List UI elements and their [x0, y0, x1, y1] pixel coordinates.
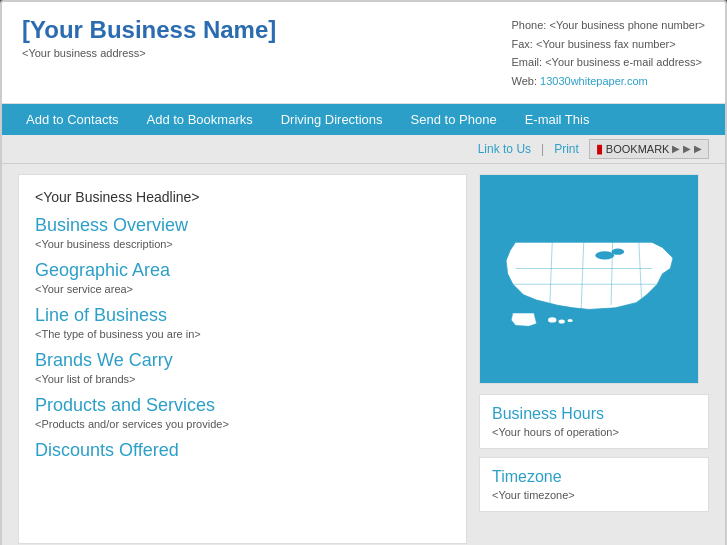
right-section-hours: Business Hours <Your hours of operation>	[479, 394, 709, 449]
email-value: <Your business e-mail address>	[545, 56, 702, 68]
nav-add-bookmarks[interactable]: Add to Bookmarks	[133, 104, 267, 135]
bookmark-label: BOOKMARK	[606, 143, 670, 155]
section-products-desc: <Products and/or services you provide>	[35, 418, 450, 430]
section-geographic-area-title: Geographic Area	[35, 260, 450, 281]
section-line-of-business-desc: <The type of business you are in>	[35, 328, 450, 340]
bookmark-icon: ▮	[596, 142, 603, 156]
content-left: <Your Business Headline> Business Overvi…	[18, 174, 467, 544]
section-discounts-title: Discounts Offered	[35, 440, 450, 461]
phone-info: Phone: <Your business phone number>	[512, 16, 705, 35]
business-name: [Your Business Name]	[22, 16, 276, 44]
phone-label: Phone:	[512, 19, 547, 31]
section-brands-title: Brands We Carry	[35, 350, 450, 371]
header-right: Phone: <Your business phone number> Fax:…	[512, 16, 705, 91]
fax-info: Fax: <Your business fax number>	[512, 35, 705, 54]
header-left: [Your Business Name] <Your business addr…	[22, 16, 276, 59]
us-map	[484, 179, 694, 379]
email-info: Email: <Your business e-mail address>	[512, 53, 705, 72]
phone-value: <Your business phone number>	[549, 19, 705, 31]
nav-email-this[interactable]: E-mail This	[511, 104, 604, 135]
section-geographic-area-desc: <Your service area>	[35, 283, 450, 295]
nav-driving-directions[interactable]: Driving Directions	[267, 104, 397, 135]
right-section-timezone: Timezone <Your timezone>	[479, 457, 709, 512]
svg-point-8	[612, 248, 625, 254]
business-hours-desc: <Your hours of operation>	[492, 426, 696, 438]
nav-add-contacts[interactable]: Add to Contacts	[12, 104, 133, 135]
fax-value: <Your business fax number>	[536, 38, 676, 50]
svg-point-10	[559, 319, 565, 323]
business-headline: <Your Business Headline>	[35, 189, 450, 205]
web-info: Web: 13030whitepaper.com	[512, 72, 705, 91]
timezone-desc: <Your timezone>	[492, 489, 696, 501]
web-label: Web:	[512, 75, 537, 87]
fax-label: Fax:	[512, 38, 533, 50]
svg-point-11	[567, 319, 572, 322]
business-address: <Your business address>	[22, 47, 276, 59]
map-container	[479, 174, 699, 384]
main-window: [Your Business Name] <Your business addr…	[0, 0, 727, 545]
svg-point-9	[548, 317, 556, 322]
bookmark-button[interactable]: ▮ BOOKMARK ▶ ▶ ▶	[589, 139, 709, 159]
nav-send-to-phone[interactable]: Send to Phone	[397, 104, 511, 135]
print-link[interactable]: Print	[554, 142, 579, 156]
content-right: Business Hours <Your hours of operation>…	[479, 174, 709, 544]
navbar: Add to Contacts Add to Bookmarks Driving…	[2, 104, 725, 135]
section-business-overview-desc: <Your business description>	[35, 238, 450, 250]
main-content: <Your Business Headline> Business Overvi…	[2, 164, 725, 545]
link-to-us[interactable]: Link to Us	[478, 142, 531, 156]
svg-point-7	[595, 251, 614, 259]
business-hours-title: Business Hours	[492, 405, 696, 423]
header: [Your Business Name] <Your business addr…	[2, 2, 725, 104]
section-products-title: Products and Services	[35, 395, 450, 416]
utility-bar: Link to Us | Print ▮ BOOKMARK ▶ ▶ ▶	[2, 135, 725, 164]
bookmark-icons: ▶ ▶ ▶	[672, 143, 702, 154]
section-brands-desc: <Your list of brands>	[35, 373, 450, 385]
web-link[interactable]: 13030whitepaper.com	[540, 75, 648, 87]
section-line-of-business-title: Line of Business	[35, 305, 450, 326]
section-business-overview-title: Business Overview	[35, 215, 450, 236]
email-label: Email:	[512, 56, 543, 68]
separator: |	[541, 142, 544, 156]
timezone-title: Timezone	[492, 468, 696, 486]
